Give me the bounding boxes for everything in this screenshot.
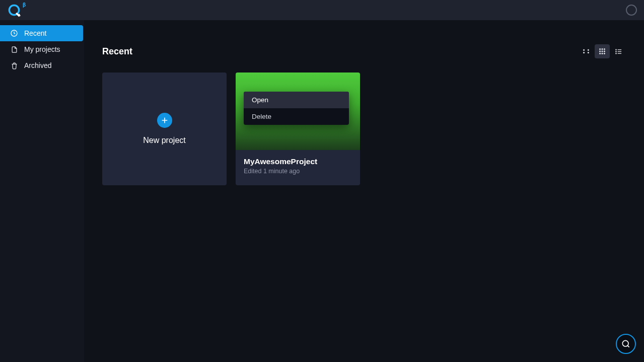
plus-icon: [157, 113, 172, 128]
svg-point-3: [583, 49, 584, 50]
svg-point-5: [583, 52, 584, 53]
svg-point-6: [588, 52, 589, 53]
project-grid: New project Open Delete MyAwesomeProject…: [102, 73, 626, 185]
svg-point-4: [588, 49, 589, 50]
svg-point-13: [599, 53, 600, 54]
sidebar-item-my-projects[interactable]: My projects: [0, 41, 84, 57]
logo-icon: [7, 3, 21, 17]
help-button[interactable]: [616, 334, 636, 354]
svg-point-15: [604, 53, 605, 54]
sidebar-item-recent[interactable]: Recent: [0, 25, 83, 41]
clock-icon: [10, 29, 18, 37]
context-item-delete[interactable]: Delete: [244, 108, 349, 125]
sidebar-item-label: My projects: [24, 45, 60, 53]
svg-point-20: [615, 53, 616, 53]
svg-point-11: [602, 51, 603, 52]
svg-point-18: [615, 51, 616, 51]
svg-point-24: [622, 340, 628, 346]
project-thumbnail: Open Delete: [236, 73, 360, 150]
sidebar: Recent My projects Archived: [0, 20, 84, 362]
view-toggle: [579, 44, 626, 58]
svg-point-10: [599, 51, 600, 52]
view-grid-button[interactable]: [595, 44, 610, 58]
project-context-menu: Open Delete: [244, 92, 349, 125]
project-edited: Edited 1 minute ago: [244, 168, 352, 175]
project-name: MyAwesomeProject: [244, 157, 352, 166]
top-bar: β: [0, 0, 644, 20]
context-item-open[interactable]: Open: [244, 92, 349, 108]
beta-badge: β: [23, 2, 26, 8]
svg-point-14: [602, 53, 603, 54]
page-title: Recent: [102, 46, 132, 57]
project-card[interactable]: Open Delete MyAwesomeProject Edited 1 mi…: [236, 73, 360, 185]
app-logo[interactable]: β: [7, 3, 26, 17]
main-content: Recent: [84, 20, 644, 362]
sidebar-item-label: Archived: [24, 61, 51, 69]
svg-point-8: [602, 48, 603, 49]
view-list-button[interactable]: [611, 44, 626, 58]
new-project-label: New project: [143, 136, 185, 145]
sidebar-item-label: Recent: [24, 29, 46, 37]
svg-point-9: [604, 48, 605, 49]
file-icon: [10, 45, 18, 53]
project-meta: MyAwesomeProject Edited 1 minute ago: [236, 150, 360, 175]
new-project-card[interactable]: New project: [102, 73, 227, 185]
view-small-grid-button[interactable]: [579, 44, 594, 58]
sidebar-item-archived[interactable]: Archived: [0, 57, 84, 74]
chat-icon: [621, 339, 631, 349]
user-avatar[interactable]: [626, 5, 637, 16]
svg-point-7: [599, 48, 600, 49]
trash-icon: [10, 61, 18, 69]
svg-point-12: [604, 51, 605, 52]
svg-point-16: [615, 49, 616, 50]
